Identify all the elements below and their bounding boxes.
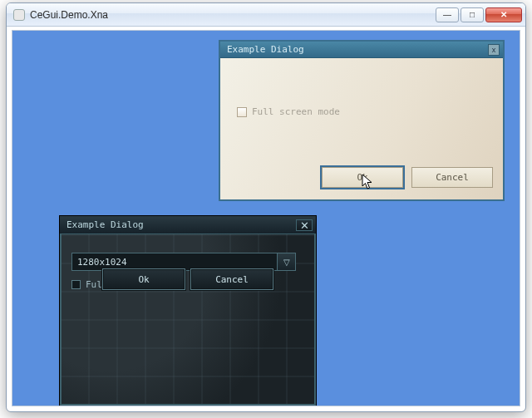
dialog-light-title: Example Dialog: [227, 44, 488, 55]
cancel-button[interactable]: Cancel: [411, 167, 493, 188]
dialog-light-titlebar[interactable]: Example Dialog x: [220, 42, 503, 58]
dialog-dark-titlebar[interactable]: Example Dialog ✕: [60, 216, 316, 234]
app-icon: [13, 9, 25, 21]
close-button[interactable]: ✕: [485, 7, 522, 22]
example-dialog-dark[interactable]: Example Dialog ✕ 1280x1024 ▽ Full screen…: [59, 215, 317, 406]
window-titlebar[interactable]: CeGui.Demo.Xna — □ ✕: [7, 3, 525, 27]
window-title: CeGui.Demo.Xna: [30, 9, 434, 21]
fullscreen-checkbox-row[interactable]: Full screen mode: [237, 106, 340, 117]
client-area: Example Dialog x Full screen mode Ok Can…: [12, 30, 520, 406]
fullscreen-checkbox[interactable]: [237, 107, 247, 117]
maximize-button[interactable]: □: [461, 7, 484, 22]
dialog-dark-close-button[interactable]: ✕: [296, 219, 313, 231]
dialog-light-close-button[interactable]: x: [488, 44, 500, 56]
ok-button[interactable]: Ok: [322, 167, 403, 188]
app-window: CeGui.Demo.Xna — □ ✕ Example Dialog x Fu…: [6, 2, 526, 412]
resolution-value[interactable]: 1280x1024: [72, 253, 277, 270]
cancel-button-dark[interactable]: Cancel: [190, 268, 273, 290]
dropdown-arrow-icon[interactable]: ▽: [277, 253, 295, 270]
minimize-button[interactable]: —: [436, 7, 459, 22]
dialog-dark-title: Example Dialog: [66, 219, 296, 230]
ok-button-dark[interactable]: Ok: [102, 268, 185, 290]
fullscreen-label: Full screen mode: [252, 106, 340, 117]
example-dialog-light[interactable]: Example Dialog x Full screen mode Ok Can…: [219, 40, 505, 201]
